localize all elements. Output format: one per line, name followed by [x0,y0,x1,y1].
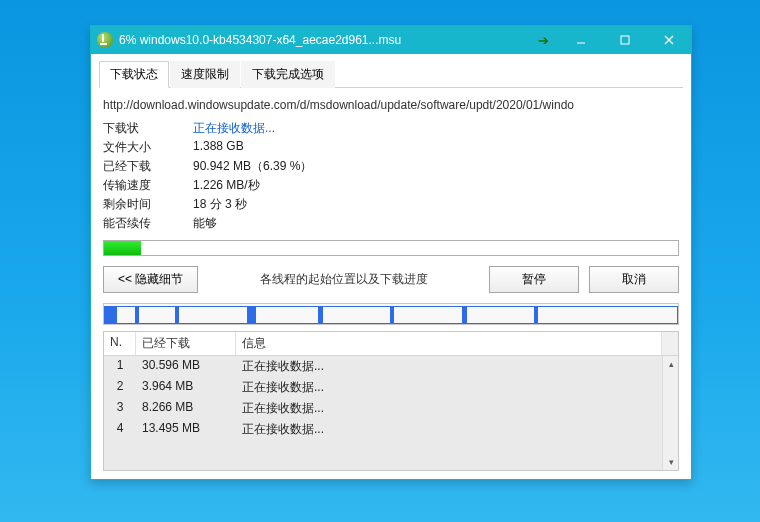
label-state: 下载状 [103,120,193,137]
thread-progress [463,307,468,323]
tab-speed-limit[interactable]: 速度限制 [170,61,240,88]
cell-n: 4 [104,419,136,440]
value-resume: 能够 [193,215,679,232]
minimize-button[interactable] [559,26,603,54]
value-remaining: 18 分 3 秒 [193,196,679,213]
label-downloaded: 已经下载 [103,158,193,175]
thread-caption: 各线程的起始位置以及下载进度 [208,271,479,288]
table-body: 130.596 MB正在接收数据...23.964 MB正在接收数据...38.… [104,356,678,470]
titlebar[interactable]: 6% windows10.0-kb4534307-x64_aecae2d961.… [91,26,691,54]
button-row: << 隐藏细节 各线程的起始位置以及下载进度 暂停 取消 [99,264,683,303]
thread-span [136,306,176,324]
thread-span [535,306,679,324]
download-dialog: 6% windows10.0-kb4534307-x64_aecae2d961.… [90,25,692,480]
table-row[interactable]: 130.596 MB正在接收数据... [104,356,678,377]
thread-progress [104,307,117,323]
svg-rect-1 [621,36,629,44]
tab-bar: 下载状态 速度限制 下载完成选项 [99,60,683,88]
cell-downloaded: 30.596 MB [136,356,236,377]
cell-downloaded: 3.964 MB [136,377,236,398]
window-title: 6% windows10.0-kb4534307-x64_aecae2d961.… [119,33,538,47]
thread-span [248,306,320,324]
value-size: 1.388 GB [193,139,679,156]
scrollbar[interactable]: ▴ ▾ [662,356,678,470]
thread-span [391,306,463,324]
table-header: N. 已经下载 信息 [104,332,678,356]
arrow-icon: ➔ [538,33,549,48]
label-remaining: 剩余时间 [103,196,193,213]
col-downloaded[interactable]: 已经下载 [136,332,236,355]
info-panel: 下载状 正在接收数据... 文件大小 1.388 GB 已经下载 90.942 … [99,120,683,232]
client-area: 下载状态 速度限制 下载完成选项 http://download.windows… [91,54,691,479]
app-icon [97,32,113,48]
value-speed: 1.226 MB/秒 [193,177,679,194]
tab-on-complete[interactable]: 下载完成选项 [241,61,335,88]
value-downloaded: 90.942 MB（6.39 %） [193,158,679,175]
thread-span [176,306,248,324]
window-controls [559,26,691,54]
cell-n: 1 [104,356,136,377]
label-resume: 能否续传 [103,215,193,232]
label-size: 文件大小 [103,139,193,156]
thread-span [319,306,391,324]
scroll-up-icon[interactable]: ▴ [663,356,678,372]
col-n[interactable]: N. [104,332,136,355]
tab-status[interactable]: 下载状态 [99,61,169,88]
label-speed: 传输速度 [103,177,193,194]
value-state: 正在接收数据... [193,120,679,137]
progress-fill [104,241,141,255]
cell-n: 3 [104,398,136,419]
hide-details-button[interactable]: << 隐藏细节 [103,266,198,293]
cell-info: 正在接收数据... [236,377,662,398]
progress-bar [103,240,679,256]
close-button[interactable] [647,26,691,54]
thread-progress-chart [103,303,679,325]
cell-downloaded: 13.495 MB [136,419,236,440]
cell-info: 正在接收数据... [236,398,662,419]
table-row[interactable]: 413.495 MB正在接收数据... [104,419,678,440]
thread-progress [176,307,179,323]
table-row[interactable]: 38.266 MB正在接收数据... [104,398,678,419]
cell-n: 2 [104,377,136,398]
cell-info: 正在接收数据... [236,356,662,377]
table-row[interactable]: 23.964 MB正在接收数据... [104,377,678,398]
col-info[interactable]: 信息 [236,332,662,355]
thread-progress [391,307,394,323]
maximize-button[interactable] [603,26,647,54]
thread-progress [248,307,256,323]
thread-table: N. 已经下载 信息 130.596 MB正在接收数据...23.964 MB正… [103,331,679,471]
download-url: http://download.windowsupdate.com/d/msdo… [99,94,683,120]
scroll-down-icon[interactable]: ▾ [663,454,678,470]
thread-progress [136,307,139,323]
col-scroll-gutter [662,332,678,355]
thread-progress [319,307,323,323]
cell-info: 正在接收数据... [236,419,662,440]
cell-downloaded: 8.266 MB [136,398,236,419]
thread-span [463,306,535,324]
thread-progress [535,307,538,323]
cancel-button[interactable]: 取消 [589,266,679,293]
pause-button[interactable]: 暂停 [489,266,579,293]
